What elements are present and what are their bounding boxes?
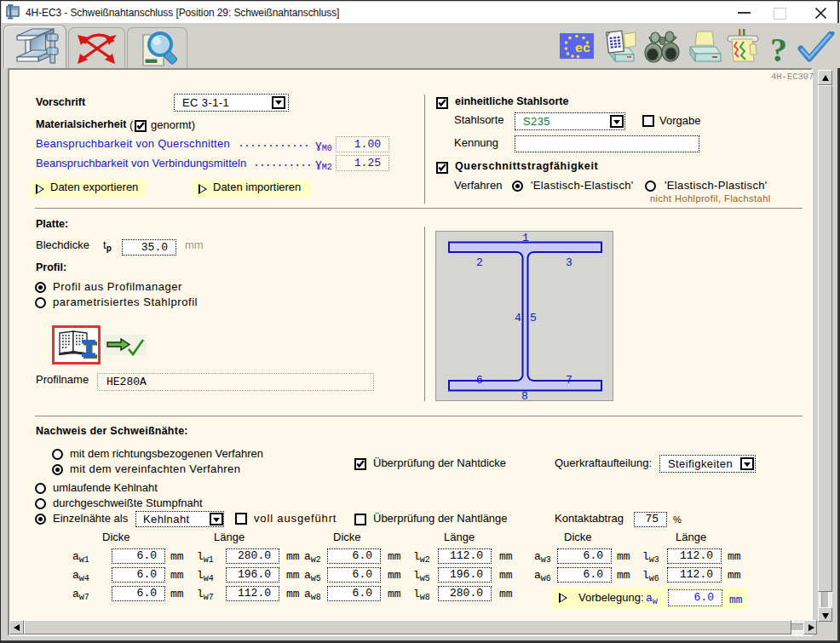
svg-text:2: 2 (476, 256, 483, 269)
svg-text:ec: ec (575, 42, 590, 56)
svg-text:6: 6 (476, 374, 483, 387)
svg-text:4: 4 (515, 312, 521, 324)
svg-text:8: 8 (521, 390, 528, 400)
svg-text:3: 3 (566, 256, 572, 269)
svg-text:1: 1 (522, 232, 529, 244)
svg-text:7: 7 (566, 374, 572, 387)
svg-text:5: 5 (530, 312, 537, 324)
